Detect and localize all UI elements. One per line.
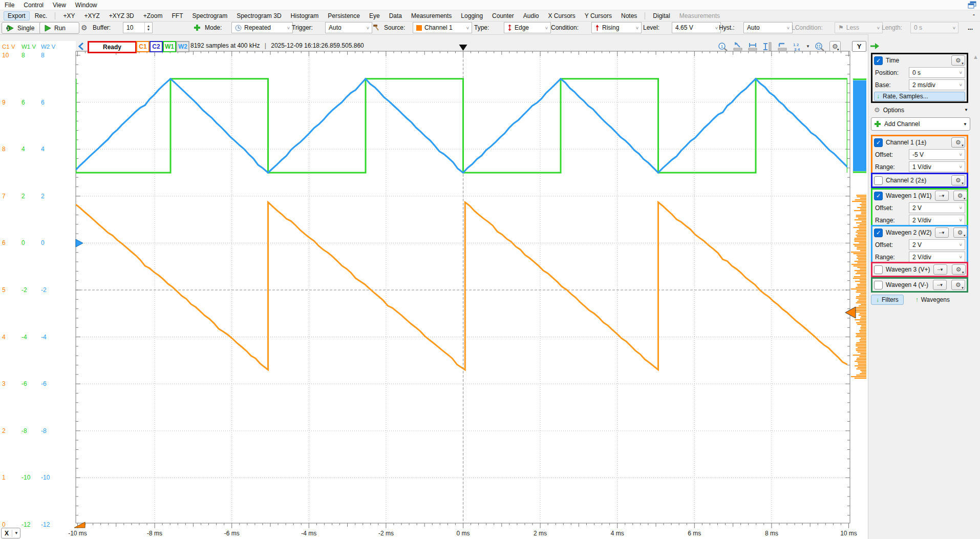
value: 2 V <box>912 241 922 248</box>
chevron-down-icon: ▼ <box>837 48 840 51</box>
plot-tools-strip: 1 1 2 3 4 ▼ <box>718 41 841 52</box>
badge-c1[interactable]: C1 <box>136 41 150 52</box>
collapse-left-icon[interactable] <box>78 42 84 51</box>
measure-cursor-icon[interactable] <box>733 42 743 51</box>
svg-text:1: 1 <box>721 44 723 49</box>
y-axis-button[interactable]: Y <box>852 41 866 52</box>
rate-samples-label: Rate, Samples... <box>883 93 928 100</box>
wave-shape-button[interactable]: --▾ <box>935 191 949 201</box>
vertical-ruler-icon[interactable] <box>762 42 773 51</box>
box-wavegen-1-w1-: ✓Wavegen 1 (W1)--▾⚙▼Offset:2 V∨Range:2 V… <box>871 188 968 228</box>
c1-tick-label: 2 <box>2 427 6 434</box>
options-label: Options <box>883 107 904 114</box>
w1-tick-label: -10 <box>22 474 31 481</box>
c1-tick-label: 9 <box>2 99 6 106</box>
value: -5 V <box>912 151 924 158</box>
rate-samples-button[interactable]: ↓ Rate, Samples... <box>874 92 965 101</box>
samples-text: 8192 samples at 400 kHz <box>190 42 260 49</box>
channel-title: Wavegen 2 (W2) <box>886 229 932 236</box>
time-checkbox[interactable]: ✓ <box>874 56 883 65</box>
w1-tick-label: -2 <box>22 286 27 294</box>
channel-title: Wavegen 4 (V-) <box>886 281 928 288</box>
channel-checkbox[interactable] <box>874 281 883 289</box>
chevron-down-icon[interactable]: ▼ <box>806 44 810 49</box>
base-dropdown[interactable]: 2 ms/div ∨ <box>909 79 965 90</box>
channel-checkbox[interactable]: ✓ <box>874 229 883 237</box>
toolbar-more-button[interactable]: ... <box>968 22 973 33</box>
x-tick-label: 2 ms <box>534 530 547 537</box>
offset-dropdown[interactable]: 2 V∨ <box>909 239 965 250</box>
box-wavegen-2-w2-: ✓Wavegen 2 (W2)--▾⚙▼Offset:2 V∨Range:2 V… <box>871 225 968 265</box>
range-dropdown[interactable]: 1 V/div∨ <box>909 161 965 172</box>
channel-gear-button[interactable]: ⚙▼ <box>951 280 965 290</box>
filters-button[interactable]: ↓ Filters <box>871 295 904 305</box>
box-channel-1-1-: ✓Channel 1 (1±)⚙▼Offset:-5 V∨Range:1 V/d… <box>871 135 968 175</box>
range-dropdown[interactable]: 2 V/div∨ <box>909 252 965 262</box>
svg-text:1 2: 1 2 <box>793 43 799 47</box>
channel-gear-button[interactable]: ⚙▼ <box>953 191 967 201</box>
horizontal-ruler-icon[interactable] <box>748 42 758 51</box>
corner-ruler-icon[interactable] <box>777 42 787 51</box>
wavegens-button[interactable]: ↑ Wavegens <box>911 295 954 304</box>
channel-checkbox[interactable] <box>874 265 883 274</box>
x-axis-button[interactable]: X ▼ <box>1 528 20 538</box>
w1-tick-label: -4 <box>22 334 27 341</box>
c1-tick-label: 6 <box>2 239 6 246</box>
collapse-viewbar-button[interactable]: - <box>973 11 975 18</box>
options-row[interactable]: ⚙ Options ▼ <box>871 105 971 115</box>
badge-w1[interactable]: W1 <box>163 41 176 52</box>
c1-tick-label: 5 <box>2 286 6 294</box>
plus-icon <box>874 120 881 128</box>
w2-tick-label: -6 <box>41 380 47 387</box>
chevron-down-icon: ▼ <box>12 531 20 535</box>
wave-shape-button[interactable]: --▾ <box>933 280 947 290</box>
waveforms-app: FileControlViewWindow ExportRec.+XY+XYZ+… <box>0 0 980 539</box>
time-gear-button[interactable]: ⚙▼ <box>951 55 965 66</box>
wavegens-label: Wavegens <box>921 296 950 303</box>
time-box: ✓ Time ⚙▼ Position: 0 s ∨ Base: 2 ms/div… <box>871 53 968 103</box>
y-axis-label: Y <box>857 43 862 50</box>
channel-gear-button[interactable]: ⚙▼ <box>951 175 965 185</box>
x-axis-label: X <box>2 530 12 537</box>
w1-tick-label: 2 <box>22 193 25 200</box>
chevron-down-icon: ∨ <box>959 242 963 247</box>
chevron-down-icon: ∨ <box>959 218 963 222</box>
channel-title: Wavegen 1 (W1) <box>886 192 932 199</box>
channel-gear-button[interactable]: ⚙▼ <box>953 227 967 238</box>
channel-checkbox[interactable]: ✓ <box>874 138 883 147</box>
badge-c2[interactable]: C2 <box>150 41 163 52</box>
x-tick-label: 6 ms <box>688 530 701 537</box>
expand-panel-arrow-icon[interactable] <box>869 43 880 50</box>
position-dropdown[interactable]: 0 s ∨ <box>909 67 965 78</box>
channel-checkbox[interactable]: ✓ <box>874 192 883 200</box>
channel-order-1234-icon[interactable]: 1 2 3 4 <box>792 42 801 51</box>
offset-dropdown[interactable]: -5 V∨ <box>909 149 965 160</box>
wave-shape-button[interactable]: --▾ <box>935 227 949 238</box>
add-channel-button[interactable]: Add Channel ▼ <box>871 117 970 131</box>
wave-shape-button[interactable]: --▾ <box>933 264 947 275</box>
offset-dropdown[interactable]: 2 V∨ <box>909 202 965 213</box>
badge-w2[interactable]: W2 <box>176 41 189 52</box>
x-tick-label: -10 ms <box>68 530 87 537</box>
x-tick-label: 0 ms <box>456 530 470 537</box>
channel-gear-button[interactable]: ⚙▼ <box>951 137 965 148</box>
channel-gear-button[interactable]: ⚙▼ <box>952 264 966 275</box>
value: 1 V/div <box>912 163 931 171</box>
base-label: Base: <box>875 81 907 89</box>
timestamp: 2025-12-09 16:18:26.859.505.860 <box>271 42 364 49</box>
range-label: Range: <box>875 163 907 171</box>
plot-settings-button[interactable]: ⚙ ▼ <box>829 41 841 52</box>
range-dropdown[interactable]: 2 V/div∨ <box>909 215 965 225</box>
filters-label: Filters <box>882 296 899 303</box>
panel-scroll-up-icon[interactable]: ▲ <box>973 54 978 60</box>
down-arrow-icon: ↓ <box>876 296 879 303</box>
chevron-down-icon: ∨ <box>959 164 963 169</box>
zoom-options-icon[interactable] <box>815 42 825 51</box>
channel-checkbox[interactable] <box>874 176 883 185</box>
length-dropdown[interactable]: 0 s ∨ <box>910 22 958 33</box>
samples-info: 8192 samples at 400 kHz | 2025-12-09 16:… <box>190 42 364 49</box>
x-tick-label: -4 ms <box>301 530 316 537</box>
offset-label: Offset: <box>875 241 907 248</box>
zoom-fit-icon[interactable]: 1 <box>718 42 728 51</box>
cascade-windows-icon[interactable] <box>968 1 977 9</box>
